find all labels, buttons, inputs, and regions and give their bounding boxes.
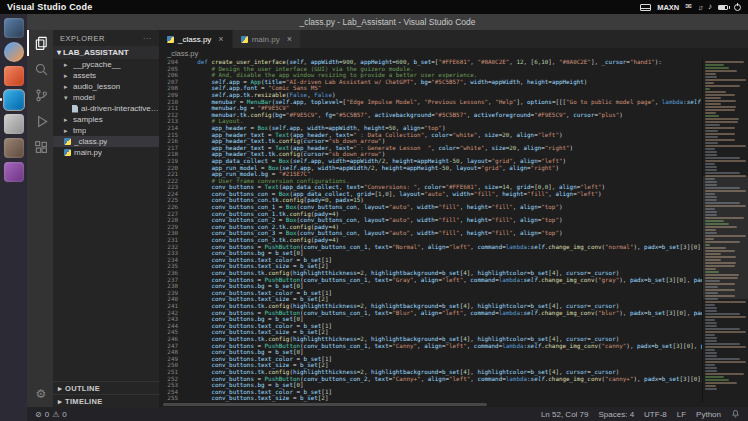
- chevron-right-icon: ▸: [64, 70, 70, 81]
- tray-sound-icon[interactable]: ♪: [708, 3, 712, 11]
- tree-item-samples[interactable]: ▸samples: [53, 114, 159, 125]
- status-bar: ⊘ 0 ⚠ 0 Ln 52, Col 79Spaces: 4UTF-8LFPyt…: [27, 407, 748, 421]
- explorer-actions-icon[interactable]: ···: [143, 34, 152, 43]
- activity-extensions-icon[interactable]: [27, 134, 53, 160]
- tab-label: _class.py: [178, 35, 211, 44]
- tree-item-label: samples: [73, 114, 103, 125]
- explorer-sidebar: EXPLORER ··· ▾ LAB_ASSISTANT ▸__pycache_…: [53, 30, 159, 407]
- close-icon[interactable]: ×: [287, 34, 292, 44]
- activity-explorer-icon[interactable]: [27, 30, 53, 56]
- code-editor[interactable]: 2042052062072082092102112122132142152162…: [159, 59, 748, 402]
- tree-item-assets[interactable]: ▸assets: [53, 70, 159, 81]
- chevron-down-icon: ▾: [57, 48, 61, 57]
- status-spaces[interactable]: Spaces: 4: [599, 410, 635, 419]
- explorer-header: EXPLORER: [60, 34, 105, 43]
- tray-power-icon[interactable]: [734, 4, 741, 11]
- status-lf[interactable]: LF: [677, 410, 686, 419]
- editor-tabs: _class.py×main.py×: [159, 30, 748, 48]
- tree-item-label: tmp: [73, 125, 86, 136]
- tree-item-label: _class.py: [74, 136, 107, 147]
- minimap-slider[interactable]: [703, 176, 748, 299]
- tray-network-icon[interactable]: ↓↑: [698, 4, 702, 11]
- status-utf-8[interactable]: UTF-8: [644, 410, 667, 419]
- problems-indicator[interactable]: ⊘ 0 ⚠ 0: [35, 410, 67, 419]
- breadcrumb[interactable]: _class.py: [159, 48, 748, 59]
- status-ln[interactable]: Ln 52, Col 79: [541, 410, 589, 419]
- sidebar-section-timeline[interactable]: ▸TIMELINE: [53, 394, 159, 407]
- system-tray[interactable]: MAXN✉↓↑♪: [640, 3, 741, 12]
- python-file-icon: [64, 149, 71, 156]
- tree-item-model[interactable]: ▾model: [53, 92, 159, 103]
- vscode-window: _class.py - Lab_Assistant - Visual Studi…: [27, 14, 748, 421]
- chevron-right-icon: ▸: [58, 397, 62, 406]
- dock-icon-firefox[interactable]: [4, 42, 24, 62]
- tray-mail-icon[interactable]: ✉: [685, 3, 692, 11]
- settings-gear-icon[interactable]: ⚙: [27, 381, 53, 407]
- ubuntu-dock: [0, 14, 27, 421]
- tree-item-label: ai-driven-interactive-lab-assistant-...: [81, 103, 159, 114]
- tray-battery-icon[interactable]: [718, 5, 728, 10]
- ubuntu-top-panel: Visual Studio Code MAXN✉↓↑♪: [0, 0, 748, 14]
- code-content: def create_user_interface(self, appWidth…: [183, 59, 702, 402]
- warnings-icon: ⚠: [52, 410, 59, 419]
- dock-icon-files[interactable]: [4, 18, 24, 38]
- tree-item-label: main.py: [74, 147, 102, 158]
- editor-group: _class.py×main.py× _class.py 20420520620…: [159, 30, 748, 407]
- chevron-right-icon: ▸: [64, 125, 70, 136]
- chevron-right-icon: ▸: [64, 81, 70, 92]
- activity-search-icon[interactable]: [27, 56, 53, 82]
- window-title: _class.py - Lab_Assistant - Visual Studi…: [299, 17, 475, 27]
- dock-icon-vscode[interactable]: [4, 90, 24, 110]
- sidebar-section-outline[interactable]: ▸OUTLINE: [53, 381, 159, 394]
- activity-bar: ⚙: [27, 30, 53, 407]
- tree-item-main-py[interactable]: main.py: [53, 147, 159, 158]
- tree-item-label: audio_lesson: [73, 81, 120, 92]
- panel-app-name: Visual Studio Code: [7, 2, 92, 12]
- dock-icon-ubuntu-software[interactable]: [4, 66, 24, 86]
- dock-icon-media-player[interactable]: [4, 162, 24, 182]
- desktop: Visual Studio Code MAXN✉↓↑♪ _class.py - …: [0, 0, 748, 421]
- tree-item-tmp[interactable]: ▸tmp: [53, 125, 159, 136]
- tree-item--pycache-[interactable]: ▸__pycache__: [53, 59, 159, 70]
- dock-icon-settings[interactable]: [4, 114, 24, 134]
- activity-source-control-icon[interactable]: [27, 82, 53, 108]
- chevron-right-icon: ▸: [64, 114, 70, 125]
- tab-label: main.py: [252, 35, 280, 44]
- python-file-icon: [64, 138, 71, 145]
- errors-icon: ⊘: [35, 410, 42, 419]
- status-python[interactable]: Python: [696, 410, 721, 419]
- tree-item--class-py[interactable]: _class.py: [53, 136, 159, 147]
- close-icon[interactable]: ×: [218, 34, 223, 44]
- window-titlebar[interactable]: _class.py - Lab_Assistant - Visual Studi…: [27, 14, 748, 30]
- tab--class-py[interactable]: _class.py×: [159, 30, 233, 48]
- project-name: LAB_ASSISTANT: [63, 48, 129, 57]
- tree-item-audio-lesson[interactable]: ▸audio_lesson: [53, 81, 159, 92]
- python-file-icon: [167, 36, 174, 43]
- tray-maxn-indicator[interactable]: MAXN: [657, 3, 679, 12]
- chevron-right-icon: ▸: [58, 384, 62, 393]
- tree-item-label: assets: [73, 70, 96, 81]
- chevron-down-icon: ▾: [64, 92, 70, 103]
- chevron-right-icon: ▸: [64, 59, 70, 70]
- tree-item-label: model: [73, 92, 95, 103]
- file-tree: ▸__pycache__▸assets▸audio_lesson▾modelai…: [53, 59, 159, 158]
- minimap[interactable]: [702, 59, 748, 402]
- project-root[interactable]: ▾ LAB_ASSISTANT: [53, 46, 159, 59]
- python-file-icon: [241, 36, 248, 43]
- dock-icon-gimp[interactable]: [4, 138, 24, 158]
- tray-keyboard-icon[interactable]: [640, 4, 651, 11]
- horizontal-scrollbar[interactable]: [159, 402, 748, 407]
- errors-count: 0: [45, 410, 49, 419]
- scrollbar-thumb[interactable]: [163, 403, 487, 406]
- status-right: Ln 52, Col 79Spaces: 4UTF-8LFPython: [541, 409, 740, 420]
- activity-run-debug-icon[interactable]: [27, 108, 53, 134]
- bell-icon[interactable]: [731, 409, 740, 420]
- line-numbers: 2042052062072082092102112122132142152162…: [159, 59, 183, 402]
- sidebar-bottom-sections: ▸OUTLINE▸TIMELINE: [53, 381, 159, 407]
- tree-item-ai-driven-interactive-lab-assistant-[interactable]: ai-driven-interactive-lab-assistant-...: [53, 103, 159, 114]
- warnings-count: 0: [62, 410, 66, 419]
- tab-main-py[interactable]: main.py×: [233, 30, 301, 48]
- tree-item-label: __pycache__: [73, 59, 121, 70]
- file-icon: [72, 105, 78, 113]
